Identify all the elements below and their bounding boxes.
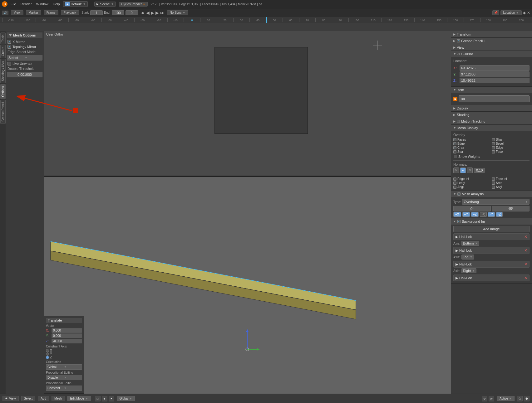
edge-cb[interactable]: ✓ xyxy=(453,142,456,145)
length-cb[interactable] xyxy=(453,182,456,185)
background-header[interactable]: ▼ ✓ Background Im xyxy=(451,218,532,225)
angle2-cb[interactable] xyxy=(492,186,495,189)
angle1-val[interactable]: 0° xyxy=(453,206,491,211)
bg-entry-4-header[interactable]: ▶ Hall-Lok ✕ xyxy=(453,274,530,281)
x-mirror-checkbox[interactable]: ✓ xyxy=(7,40,11,44)
prev-frame-btn[interactable]: ◀ xyxy=(146,10,150,15)
marker-btn[interactable]: Marker xyxy=(26,10,41,15)
axis-z-radio-dot[interactable] xyxy=(46,356,49,359)
keyframe-add[interactable]: ◆ xyxy=(523,11,526,15)
main-viewport[interactable]: User Ortho xyxy=(44,31,451,394)
sharpness-cb[interactable] xyxy=(492,138,495,141)
topology-mirror-checkbox[interactable]: ✓ xyxy=(7,45,11,49)
bg-entry-3-axis-dropdown[interactable]: Right ▼ xyxy=(461,268,477,273)
bg-entry-1-axis-dropdown[interactable]: Bottom ▼ xyxy=(461,241,480,246)
create-tab[interactable]: Create xyxy=(0,45,6,58)
window-menu[interactable]: Window xyxy=(36,2,48,6)
axis-pz-btn[interactable]: +Z xyxy=(471,212,479,217)
area-cb[interactable] xyxy=(492,182,495,185)
workspace-selector[interactable]: ◈ Default ▼ xyxy=(63,1,88,7)
sync-selector[interactable]: No Sync ▼ xyxy=(167,10,188,15)
threshold-value[interactable]: 0.001000 xyxy=(7,72,42,77)
face2-cb[interactable] xyxy=(492,150,495,153)
prop-editing2-dropdown[interactable]: Constant ▼ xyxy=(46,386,82,391)
mesh-btn[interactable]: Mesh xyxy=(52,396,65,401)
viewport-3d[interactable]: Z Y X (0) aa xyxy=(44,176,451,394)
tools-tab[interactable]: Tools xyxy=(0,32,6,44)
axis-y-radio-dot[interactable] xyxy=(46,352,49,356)
motion-tracking-cb[interactable]: ✓ xyxy=(457,120,460,123)
normal-vertex-btn[interactable]: V xyxy=(453,168,459,173)
shading-icon-2[interactable]: ⬢ xyxy=(524,396,530,401)
bevel-cb[interactable] xyxy=(492,142,495,145)
rendered-mode-btn[interactable]: ● xyxy=(109,396,114,401)
bg-entry-1-header[interactable]: ▶ Hall-Lok ✕ xyxy=(453,233,530,240)
file-menu[interactable]: File xyxy=(11,2,16,6)
add-image-btn[interactable]: Add Image xyxy=(453,226,530,232)
active-dropdown[interactable]: Active ▼ xyxy=(497,396,515,401)
faces-cb[interactable]: ✓ xyxy=(453,138,456,141)
axis-x-radio-dot[interactable] xyxy=(46,349,49,352)
wireframe-mode-btn[interactable]: ◈ xyxy=(102,396,107,401)
seam-cb[interactable] xyxy=(453,150,456,153)
bg-entry-1-close[interactable]: ✕ xyxy=(524,235,527,239)
current-frame[interactable]: 0 xyxy=(126,10,138,15)
show-weights-cb[interactable] xyxy=(454,155,457,158)
mesh-analysis-header[interactable]: ▼ ✓ Mesh Analysis xyxy=(451,191,532,197)
solid-mode-btn[interactable]: □ xyxy=(95,396,101,401)
play-btn[interactable]: ▶ xyxy=(151,10,154,15)
grease-pencil-cb[interactable]: ✓ xyxy=(457,39,460,42)
view-btn[interactable]: 👁 View xyxy=(2,396,19,401)
motion-tracking-header[interactable]: ▶ ✓ Motion Tracking xyxy=(451,118,532,124)
mesh-analysis-cb[interactable]: ✓ xyxy=(457,192,461,196)
normal-face-center-btn[interactable]: F xyxy=(460,168,466,173)
bg-entry-3-close[interactable]: ✕ xyxy=(524,262,527,266)
help-menu[interactable]: Help xyxy=(53,2,60,6)
display-header[interactable]: ▶ Display xyxy=(451,105,532,111)
select-btn[interactable]: Select xyxy=(21,396,36,401)
skip-end-btn[interactable]: ⏭ xyxy=(160,10,165,15)
prop-editing-dropdown[interactable]: Disable ▼ xyxy=(46,375,82,380)
bg-entry-2-header[interactable]: ▶ Hall-Lok ✕ xyxy=(453,247,530,254)
view-header[interactable]: ▶ View xyxy=(451,44,532,51)
edge2-cb[interactable] xyxy=(492,146,495,149)
angle2-val[interactable]: 45° xyxy=(492,206,530,211)
orientation-dropdown[interactable]: Global ▼ xyxy=(46,364,82,370)
render-menu[interactable]: Render xyxy=(21,2,32,6)
bl-z-val[interactable]: -0.008 xyxy=(52,339,82,343)
item-name-field[interactable]: aa xyxy=(459,95,530,102)
live-unwrap-checkbox[interactable] xyxy=(7,62,11,66)
crease-cb[interactable]: ✓ xyxy=(453,146,456,149)
transform-header[interactable]: ▶ Transform xyxy=(451,31,532,37)
item-header[interactable]: ▼ Item xyxy=(451,87,532,93)
mesh-display-header[interactable]: ▼ Mesh Display xyxy=(451,125,532,131)
edge-select-mode-dropdown[interactable]: Select ▼ xyxy=(7,55,42,61)
bg-entry-2-close[interactable]: ✕ xyxy=(524,248,527,253)
axis-ny-btn[interactable]: -Y xyxy=(488,212,495,217)
bl-y-val[interactable]: 0.000 xyxy=(52,333,82,338)
shading-icon-1[interactable]: ⬡ xyxy=(517,396,523,401)
edge-inf-cb[interactable] xyxy=(453,177,456,181)
global-dropdown[interactable]: Global ▼ xyxy=(117,396,135,401)
view-timeline[interactable]: View xyxy=(11,10,23,15)
mode-dropdown[interactable]: Edit Mode ▼ xyxy=(67,396,91,401)
axis-py-btn[interactable]: +Y xyxy=(462,212,470,217)
axis-nz-btn[interactable]: -Z xyxy=(496,212,503,217)
snap-btn[interactable]: ⊙ xyxy=(482,396,487,401)
proportional-btn[interactable]: ◎ xyxy=(489,396,494,401)
axis-px-btn[interactable]: +X xyxy=(453,212,461,217)
scene-selector[interactable]: ▶ Scene ▼ xyxy=(94,2,116,7)
grease-pencil-tab[interactable]: Grease Pencil xyxy=(0,100,6,124)
keying-set[interactable]: Location ▼ xyxy=(500,10,522,15)
loc-y-value[interactable]: 97.12608 xyxy=(460,71,530,77)
bg-entry-3-header[interactable]: ▶ Hall-Lok ✕ xyxy=(453,261,530,268)
angle1-cb[interactable] xyxy=(453,186,456,189)
uv-viewport[interactable]: User Ortho xyxy=(44,31,451,176)
normals-value[interactable]: 0.10 xyxy=(474,168,485,173)
face-inf-cb[interactable] xyxy=(492,177,495,181)
shading-header[interactable]: ▶ Shading xyxy=(451,112,532,118)
normal-face-btn[interactable]: N xyxy=(467,168,473,173)
next-frame-btn[interactable]: ▶ xyxy=(155,10,159,15)
loc-z-value[interactable]: 10.49322 xyxy=(460,78,530,83)
playback-btn[interactable]: Playback xyxy=(61,10,79,15)
